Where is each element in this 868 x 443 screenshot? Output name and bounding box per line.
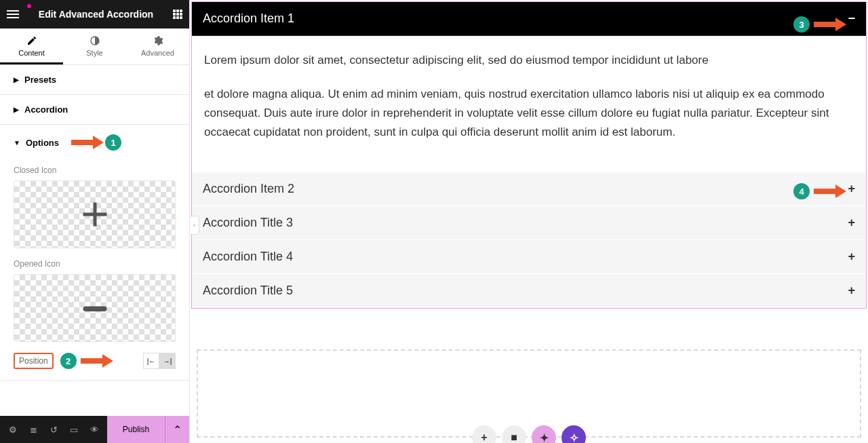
tab-style-label: Style [86,49,102,57]
ai-button[interactable]: ✧ [561,425,586,443]
sidebar-header: Edit Advanced Accordion [0,0,189,28]
badge-3: 3 [793,16,810,33]
minus-icon [75,288,115,328]
position-left-button[interactable]: |← [143,353,159,369]
position-label: Position [14,353,54,369]
accordion-title: Accordion Title 4 [203,250,848,264]
arrow-icon [81,354,111,368]
tab-advanced-label: Advanced [141,49,174,57]
annotation-1: 1 [71,134,121,151]
badge-4: 4 [793,183,810,199]
gear-icon [153,35,163,46]
footer-icons: ⚙ ≣ ↺ ▭ 👁 [0,416,107,443]
tab-style[interactable]: Style [63,28,126,64]
folder-button[interactable]: ■ [502,425,526,443]
accordion-title: Accordion Item 2 [203,182,848,196]
section-options: ▼ Options 1 Closed Icon Opened Icon Posi… [0,125,189,381]
preview-icon[interactable]: 👁 [84,416,104,443]
contrast-icon [90,35,100,46]
accordion-item: Accordion Item 2 + [192,172,866,206]
page-title: Edit Advanced Accordion [19,9,173,20]
history-icon[interactable]: ↺ [43,416,64,443]
accordion-paragraph: et dolore magna aliqua. Ut enim ad minim… [204,85,854,142]
add-button[interactable]: + [472,425,496,443]
position-buttons: |← →| [143,353,176,369]
position-row: Position 2 |← →| [14,353,176,369]
canvas: Accordion Item 1 − Lorem ipsum dolor sit… [190,0,868,443]
plus-icon: + [848,182,855,196]
accordion-header-4[interactable]: Accordion Title 4 + [192,240,866,273]
placeholder-actions: + ■ ✦ ✧ [472,425,586,443]
closed-icon-label: Closed Icon [14,166,176,175]
responsive-icon[interactable]: ▭ [64,416,84,443]
accordion-header-2[interactable]: Accordion Item 2 + [192,172,866,206]
panel-body: ▶ Presets ▶ Accordion ▼ Options 1 Closed… [0,65,189,416]
caret-right-icon: ▶ [14,76,19,83]
add-section-zone[interactable]: + ■ ✦ ✧ [197,349,861,438]
notification-dot [27,4,31,8]
pencil-icon [26,35,37,46]
accordion-item: Accordion Title 5 + [192,274,866,308]
annotation-4: 4 [793,183,844,199]
collapse-sidebar-handle[interactable]: ‹ [190,216,199,235]
apps-grid-icon[interactable] [173,9,182,19]
opened-icon-label: Opened Icon [14,259,176,269]
accordion-header-5[interactable]: Accordion Title 5 + [192,274,866,307]
badge-2: 2 [60,353,77,369]
plus-icon: + [848,216,855,230]
position-right-button[interactable]: →| [159,353,176,369]
layers-icon[interactable]: ≣ [23,416,43,443]
section-presets: ▶ Presets [0,65,189,95]
sparkle-button[interactable]: ✦ [532,425,556,443]
accordion-item: Accordion Title 3 + [192,206,866,240]
annotation-2: 2 [60,353,111,369]
publish-button[interactable]: Publish [107,416,165,443]
accordion-item: Accordion Title 4 + [192,240,866,274]
plus-icon: + [848,250,855,264]
section-accordion: ▶ Accordion [0,95,189,125]
accordion-header-1[interactable]: Accordion Item 1 − [192,2,866,36]
section-header-accordion[interactable]: ▶ Accordion [0,95,189,124]
publish-options-chevron[interactable]: ⌃ [165,416,189,443]
tab-content-label: Content [18,49,45,57]
section-options-label: Options [26,138,59,148]
accordion-paragraph: Lorem ipsum dolor sit amet, consectetur … [204,51,854,70]
arrow-icon [814,18,844,31]
accordion-body-1: Lorem ipsum dolor sit amet, consectetur … [192,36,866,172]
editor-tabs: Content Style Advanced [0,28,189,65]
accordion-title: Accordion Title 5 [203,284,848,298]
section-options-content: Closed Icon Opened Icon Position 2 |← [0,160,189,380]
closed-icon-picker[interactable] [14,180,176,248]
arrow-icon [814,185,844,198]
sidebar-footer: ⚙ ≣ ↺ ▭ 👁 Publish ⌃ [0,416,189,443]
accordion-item: Accordion Item 1 − Lorem ipsum dolor sit… [192,2,866,172]
tab-content[interactable]: Content [0,28,63,64]
minus-icon: − [848,12,855,26]
tab-advanced[interactable]: Advanced [126,28,189,64]
accordion-title: Accordion Item 1 [203,12,848,26]
plus-icon [75,194,115,235]
caret-right-icon: ▶ [14,106,19,113]
settings-icon[interactable]: ⚙ [3,416,23,443]
annotation-3: 3 [793,16,844,33]
editor-sidebar: Edit Advanced Accordion Content Style Ad… [0,0,190,443]
section-header-presets[interactable]: ▶ Presets [0,65,189,94]
badge-1: 1 [105,134,121,151]
section-accordion-label: Accordion [24,104,68,115]
svg-rect-1 [83,307,106,312]
accordion-title: Accordion Title 3 [203,216,848,230]
arrow-icon [71,136,101,149]
hamburger-icon[interactable] [7,10,19,18]
opened-icon-picker[interactable] [14,274,176,342]
caret-down-icon: ▼ [14,139,20,147]
section-presets-label: Presets [24,75,56,85]
accordion-widget[interactable]: Accordion Item 1 − Lorem ipsum dolor sit… [191,1,867,309]
plus-icon: + [848,284,855,298]
accordion-header-3[interactable]: Accordion Title 3 + [192,206,866,239]
section-header-options[interactable]: ▼ Options 1 [0,125,189,160]
